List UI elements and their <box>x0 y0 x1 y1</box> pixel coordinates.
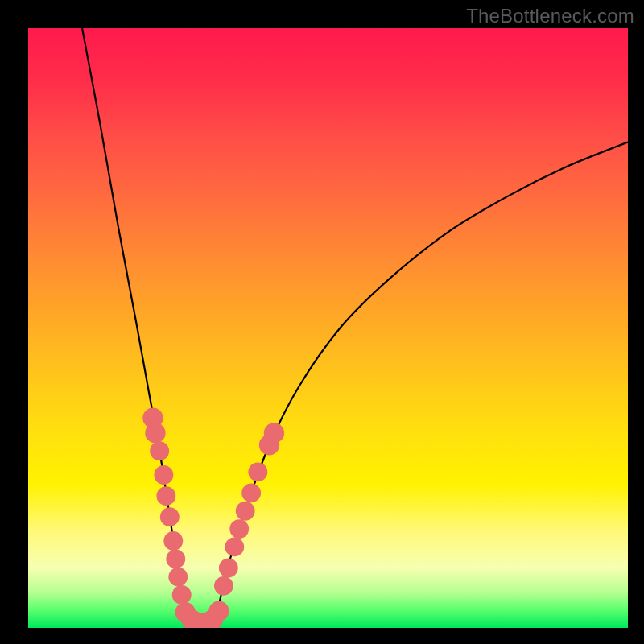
right-branch-path <box>214 142 628 628</box>
data-dot <box>154 465 173 485</box>
data-dot <box>248 462 267 481</box>
data-dot <box>163 531 183 551</box>
data-dot <box>166 549 185 568</box>
data-dot <box>219 559 238 578</box>
data-dot <box>160 507 180 526</box>
data-dot <box>242 483 261 502</box>
data-dot <box>150 441 169 460</box>
data-dot <box>168 568 188 587</box>
data-dot <box>208 601 229 621</box>
watermark-text: TheBottleneck.com <box>466 5 634 27</box>
curve-right-branch <box>214 142 628 628</box>
data-dot <box>229 519 249 539</box>
data-dot <box>236 502 255 521</box>
data-dot <box>214 576 233 596</box>
data-dot <box>156 486 175 506</box>
chart-frame: TheBottleneck.com <box>0 0 644 644</box>
chart-plot-area <box>28 28 628 628</box>
data-dot <box>264 423 284 443</box>
data-dot <box>172 585 192 605</box>
chart-svg <box>28 28 628 628</box>
dot-cluster-group <box>142 408 284 628</box>
data-dot <box>145 423 165 443</box>
data-dot <box>225 538 244 557</box>
